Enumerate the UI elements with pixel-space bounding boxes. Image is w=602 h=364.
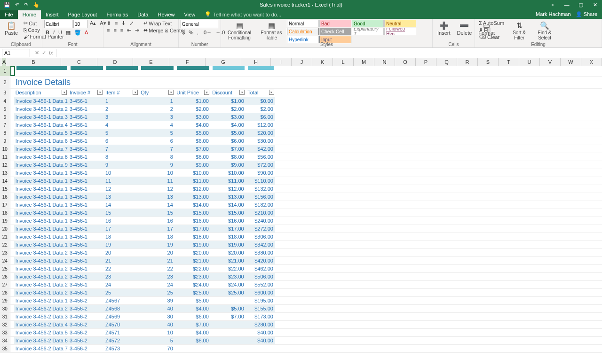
column-header-G[interactable]: G (206, 58, 241, 66)
redo-icon[interactable]: ↷ (24, 2, 28, 8)
empty-cell[interactable] (336, 201, 356, 209)
column-header-R[interactable]: R (457, 58, 478, 66)
empty-cell[interactable] (275, 201, 295, 209)
font-name-select[interactable] (44, 20, 72, 28)
table-cell[interactable]: $25.00 (175, 289, 211, 296)
empty-cell[interactable] (581, 233, 602, 240)
table-cell[interactable]: Invoice 3-456-1 Data 10 (14, 169, 68, 177)
empty-cell[interactable] (520, 321, 540, 328)
empty-cell[interactable] (316, 313, 336, 320)
table-cell[interactable]: $14.00 (211, 201, 246, 209)
table-cell[interactable]: 10 (104, 169, 139, 177)
banner-cell[interactable] (15, 66, 69, 76)
table-cell[interactable]: $1.00 (175, 97, 211, 105)
align-bottom-icon[interactable]: ⬇ (120, 20, 127, 27)
empty-cell[interactable] (10, 145, 14, 153)
empty-cell[interactable] (398, 345, 418, 352)
banner-cell[interactable] (140, 66, 175, 76)
table-cell[interactable]: 3-456-1 (68, 241, 104, 248)
table-cell[interactable]: $30.00 (246, 137, 275, 145)
empty-cell[interactable] (438, 169, 459, 177)
empty-cell[interactable] (316, 241, 336, 248)
empty-cell[interactable] (520, 129, 540, 137)
table-cell[interactable]: $13.00 (175, 193, 211, 201)
align-center-icon[interactable]: ≡ (112, 27, 118, 34)
empty-cell[interactable] (500, 161, 520, 169)
empty-cell[interactable] (479, 337, 499, 344)
table-cell[interactable]: $272.00 (246, 225, 275, 232)
table-cell[interactable]: 3-456-1 (68, 225, 104, 232)
table-cell[interactable]: $306.00 (246, 233, 275, 240)
empty-cell[interactable] (377, 281, 397, 288)
empty-cell[interactable] (541, 257, 561, 264)
empty-cell[interactable] (316, 169, 336, 177)
table-cell[interactable]: 3-456-1 (68, 209, 104, 217)
empty-cell[interactable] (581, 113, 602, 121)
empty-cell[interactable] (295, 137, 316, 145)
empty-cell[interactable] (541, 185, 561, 193)
empty-cell[interactable] (500, 113, 520, 121)
empty-cell[interactable] (295, 233, 316, 240)
table-cell[interactable]: Invoice 3-456-2 Data 4 (14, 321, 68, 328)
filter-dropdown-icon[interactable]: ▾ (62, 90, 67, 95)
empty-cell[interactable] (276, 66, 296, 76)
tab-file[interactable]: File (0, 10, 18, 19)
cell-styles-gallery[interactable]: Normal Bad Good Neutral Calculation Chec… (287, 20, 421, 43)
undo-icon[interactable]: ↶ (15, 2, 19, 8)
table-cell[interactable]: $2.00 (246, 105, 275, 113)
table-cell[interactable]: Invoice 3-456-1 Data 1 (14, 97, 68, 105)
table-cell[interactable]: 23 (104, 273, 139, 280)
table-cell[interactable]: $132.00 (246, 185, 275, 193)
table-cell[interactable]: Invoice 3-456-2 Data 6 (14, 337, 68, 344)
empty-cell[interactable] (418, 177, 438, 185)
empty-cell[interactable] (418, 249, 438, 256)
empty-cell[interactable] (561, 281, 581, 288)
empty-cell[interactable] (398, 321, 418, 328)
empty-cell[interactable] (541, 321, 561, 328)
empty-cell[interactable] (275, 289, 295, 296)
empty-cell[interactable] (541, 169, 561, 177)
table-cell[interactable]: Invoice 3-456-1 Data 17 (14, 225, 68, 232)
empty-cell[interactable] (336, 209, 356, 217)
empty-cell[interactable] (438, 241, 459, 248)
table-cell[interactable]: $380.00 (246, 249, 275, 256)
table-cell[interactable]: $6.00 (175, 313, 211, 320)
empty-cell[interactable] (459, 313, 479, 320)
empty-cell[interactable] (10, 321, 14, 328)
empty-cell[interactable] (541, 297, 561, 304)
empty-cell[interactable] (582, 89, 602, 97)
empty-cell[interactable] (520, 281, 540, 288)
empty-cell[interactable] (336, 177, 356, 185)
table-cell[interactable]: Invoice 3-456-1 Data 19 (14, 241, 68, 248)
empty-cell[interactable] (316, 185, 336, 193)
empty-cell[interactable] (541, 153, 561, 161)
empty-cell[interactable] (500, 169, 520, 177)
paste-button[interactable]: 📋 Paste (2, 20, 21, 37)
banner-cell[interactable] (105, 66, 140, 76)
empty-cell[interactable] (316, 257, 336, 264)
empty-cell[interactable] (500, 337, 520, 344)
table-cell[interactable]: Invoice 3-456-2 Data 5 (14, 329, 68, 336)
empty-cell[interactable] (581, 217, 602, 225)
table-cell[interactable]: $22.00 (211, 265, 246, 272)
table-cell[interactable]: 3 (139, 113, 175, 121)
row-header-8[interactable]: 8 (0, 129, 10, 137)
empty-cell[interactable] (500, 89, 520, 97)
empty-cell[interactable] (336, 185, 356, 193)
empty-cell[interactable] (295, 225, 316, 232)
font-size-select[interactable] (73, 20, 87, 28)
empty-cell[interactable] (357, 329, 377, 336)
font-color-button[interactable]: A (83, 29, 89, 36)
empty-cell[interactable] (296, 66, 316, 76)
style-normal[interactable]: Normal (287, 20, 319, 27)
filter-dropdown-icon[interactable]: ▾ (204, 90, 209, 95)
empty-cell[interactable] (357, 225, 377, 232)
empty-cell[interactable] (500, 273, 520, 280)
empty-cell[interactable] (561, 289, 581, 296)
empty-cell[interactable] (500, 217, 520, 225)
empty-cell[interactable] (357, 145, 377, 153)
table-cell[interactable]: 14 (104, 201, 139, 209)
fx-icon[interactable]: fx (49, 50, 53, 56)
empty-cell[interactable] (377, 257, 397, 264)
empty-cell[interactable] (377, 185, 397, 193)
